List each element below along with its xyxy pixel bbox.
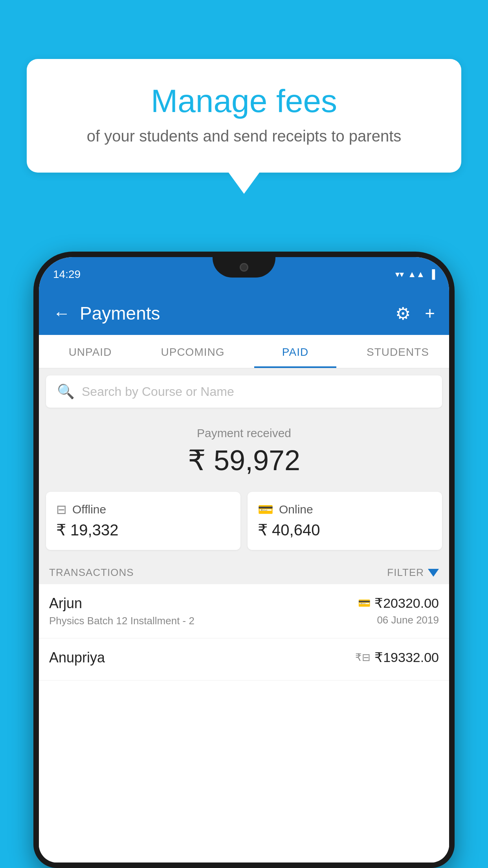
transactions-label: TRANSACTIONS	[49, 566, 134, 579]
offline-payment-card: ⊟ Offline ₹ 19,332	[46, 492, 240, 550]
online-payment-card: 💳 Online ₹ 40,640	[248, 492, 442, 550]
filter-button[interactable]: FILTER	[387, 566, 439, 579]
tx-left-anupriya: Anupriya	[49, 649, 105, 669]
tx-amount: ₹19332.00	[374, 649, 439, 665]
tab-paid[interactable]: PAID	[244, 335, 347, 368]
online-icon: 💳	[258, 502, 273, 517]
search-box[interactable]: 🔍 Search by Course or Name	[46, 375, 442, 408]
bubble-subtitle: of your students and send receipts to pa…	[58, 127, 430, 145]
battery-icon: ▐	[429, 269, 435, 280]
content-area: 🔍 Search by Course or Name Payment recei…	[39, 368, 449, 862]
transaction-list: Arjun Physics Batch 12 Installment - 2 💳…	[39, 584, 449, 862]
camera	[240, 263, 248, 272]
tx-right-arjun: 💳 ₹20320.00 06 June 2019	[358, 595, 439, 626]
filter-triangle-icon	[428, 569, 439, 577]
payment-cards-row: ⊟ Offline ₹ 19,332 💳 Online ₹ 40,640	[39, 485, 449, 559]
phone-device: 14:29 ▾▾ ▲▲ ▐ ← Payments ⚙ + UNPAID	[33, 252, 455, 868]
online-label: Online	[279, 503, 313, 516]
notch-cutout	[213, 257, 275, 278]
wifi-icon: ▾▾	[395, 269, 404, 280]
table-row[interactable]: Anupriya ₹⊟ ₹19332.00	[39, 638, 449, 680]
tab-unpaid[interactable]: UNPAID	[39, 335, 141, 368]
app-header: ← Payments ⚙ +	[39, 292, 449, 335]
online-card-header: 💳 Online	[258, 502, 432, 517]
tx-name: Anupriya	[49, 649, 105, 666]
status-icons: ▾▾ ▲▲ ▐	[395, 269, 435, 280]
tx-amount-row: 💳 ₹20320.00	[358, 595, 439, 611]
search-placeholder: Search by Course or Name	[82, 384, 234, 399]
tabs-bar: UNPAID UPCOMING PAID STUDENTS	[39, 335, 449, 368]
offline-label: Offline	[72, 503, 106, 516]
signal-icon: ▲▲	[408, 269, 425, 280]
tx-cash-icon: ₹⊟	[355, 651, 371, 664]
settings-icon[interactable]: ⚙	[395, 303, 411, 324]
header-title: Payments	[80, 303, 395, 324]
phone-screen: 14:29 ▾▾ ▲▲ ▐ ← Payments ⚙ + UNPAID	[39, 257, 449, 862]
speech-bubble: Manage fees of your students and send re…	[27, 59, 461, 173]
filter-label: FILTER	[387, 566, 424, 579]
bubble-title: Manage fees	[58, 83, 430, 120]
payment-received-label: Payment received	[39, 427, 449, 440]
offline-icon: ⊟	[56, 502, 67, 517]
tx-detail: Physics Batch 12 Installment - 2	[49, 615, 194, 627]
payment-received-section: Payment received ₹ 59,972	[39, 415, 449, 485]
tx-date: 06 June 2019	[358, 614, 439, 626]
tx-amount-row: ₹⊟ ₹19332.00	[355, 649, 439, 665]
tab-students[interactable]: STUDENTS	[347, 335, 449, 368]
back-button[interactable]: ←	[53, 305, 70, 322]
tx-right-anupriya: ₹⊟ ₹19332.00	[355, 649, 439, 668]
tx-name: Arjun	[49, 595, 194, 612]
notch-area: 14:29 ▾▾ ▲▲ ▐	[39, 257, 449, 292]
offline-amount: ₹ 19,332	[56, 521, 230, 539]
tx-payment-icon: 💳	[358, 597, 371, 609]
search-icon: 🔍	[57, 383, 75, 400]
speech-bubble-container: Manage fees of your students and send re…	[27, 59, 461, 173]
online-amount: ₹ 40,640	[258, 521, 432, 539]
payment-received-amount: ₹ 59,972	[39, 444, 449, 477]
status-time: 14:29	[53, 268, 81, 281]
add-button[interactable]: +	[425, 303, 435, 323]
table-row[interactable]: Arjun Physics Batch 12 Installment - 2 💳…	[39, 584, 449, 638]
offline-card-header: ⊟ Offline	[56, 502, 230, 517]
tx-left-arjun: Arjun Physics Batch 12 Installment - 2	[49, 595, 194, 627]
tab-upcoming[interactable]: UPCOMING	[141, 335, 244, 368]
header-actions: ⚙ +	[395, 303, 435, 324]
transactions-header: TRANSACTIONS FILTER	[39, 559, 449, 584]
tx-amount: ₹20320.00	[374, 595, 439, 611]
